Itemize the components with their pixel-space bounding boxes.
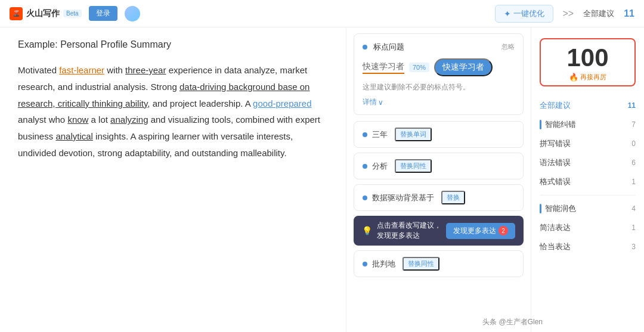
text-know: know <box>67 114 88 125</box>
menu-item-left: 语法错误 <box>540 157 571 168</box>
card-title-row: 标点问题 <box>363 41 404 52</box>
middle-panel: 标点问题 忽略 快速学习者 70% 快速学习者 这里建议删除不必要的标点符号。 … <box>346 27 531 332</box>
suggestion-card-data-driven: 数据驱动背景基于 替换 <box>354 184 524 211</box>
card-dot-4 <box>363 196 367 200</box>
text-motivated: Motivated <box>18 65 59 75</box>
detail-button[interactable]: 详情 ∨ <box>363 97 383 107</box>
card-tag-4[interactable]: 替换 <box>441 191 465 204</box>
optimize-icon: ✦ <box>504 9 511 18</box>
card-text-4: 数据驱动背景基于 <box>372 193 434 203</box>
data-row-wrapper: 数据驱动背景基于 替换 💡 点击查看改写建议，发现更多表达 发现更多表达 2 <box>354 184 524 246</box>
menu-item-count: 1 <box>631 224 636 232</box>
suggested-word-button[interactable]: 快速学习者 <box>434 58 493 76</box>
right-menu-item[interactable]: 智能润色4 <box>531 199 644 218</box>
card-tag-5[interactable]: 替换同性 <box>402 257 439 271</box>
suggestion-card-punctuation: 标点问题 忽略 快速学习者 70% 快速学习者 这里建议删除不必要的标点符号。 … <box>354 33 524 115</box>
suggestion-card-critical: 批判地 替换同性 <box>354 250 524 277</box>
text-fast-learner: fast-learner <box>59 65 104 75</box>
score-number: 100 <box>546 45 630 70</box>
avatar-button[interactable] <box>125 6 140 21</box>
discover-button[interactable]: 发现更多表达 2 <box>446 223 515 239</box>
right-menu-item[interactable]: 恰当表达3 <box>531 237 644 256</box>
menu-item-count: 0 <box>631 139 636 148</box>
menu-item-left: 简洁表达 <box>540 222 571 233</box>
menu-item-label: 恰当表达 <box>540 241 571 252</box>
login-button[interactable]: 登录 <box>89 6 117 21</box>
card-tag-2[interactable]: 替换单词 <box>395 128 432 141</box>
menu-item-count: 4 <box>631 204 636 213</box>
card-dot-2 <box>363 132 367 137</box>
main-layout: Example: Personal Profile Summary Motiva… <box>0 27 644 332</box>
menu-item-left: 智能纠错 <box>540 119 576 130</box>
more-button[interactable]: >> <box>561 8 577 19</box>
document-title: Example: Personal Profile Summary <box>18 39 328 50</box>
right-menu-item[interactable]: 语法错误6 <box>531 153 644 172</box>
right-menu-item[interactable]: 智能纠错7 <box>531 115 644 134</box>
right-menu-item[interactable]: 全部建议11 <box>531 96 644 115</box>
correction-row: 快速学习者 70% 快速学习者 <box>363 58 515 76</box>
card-text-3: 分析 <box>372 161 388 172</box>
detail-label: 详情 <box>363 97 377 107</box>
text-good-prepared: good-prepared <box>253 98 311 108</box>
chevron-down-icon: ∨ <box>378 98 383 107</box>
score-sub-text: 再接再厉 <box>580 73 606 82</box>
text-analyst: analyst who <box>18 114 67 125</box>
top-nav: 🌋 火山写作 Beta 登录 ✦ 一键优化 >> 全部建议 11 <box>0 0 644 27</box>
menu-item-label: 全部建议 <box>540 100 571 111</box>
document-body: Motivated fast-learner with three-year e… <box>18 62 328 162</box>
watermark: 头条 @生产者Glen <box>482 317 543 327</box>
ignore-button[interactable]: 忽略 <box>501 42 515 51</box>
menu-item-label: 拼写错误 <box>540 138 571 149</box>
text-analyzing: analyzing <box>110 114 148 125</box>
logo-area: 🌋 火山写作 Beta <box>10 7 82 20</box>
optimize-button[interactable]: ✦ 一键优化 <box>495 5 553 23</box>
menu-item-left: 拼写错误 <box>540 138 571 149</box>
suggestion-card-three-year: 三年 替换单词 <box>354 121 524 148</box>
card-dot <box>363 45 367 49</box>
menu-item-count: 7 <box>631 120 636 129</box>
card-title: 标点问题 <box>373 42 404 51</box>
suggestions-count: 11 <box>624 8 634 19</box>
menu-item-left: 全部建议 <box>540 100 571 111</box>
menu-divider <box>540 195 636 196</box>
card-text-5: 批判地 <box>372 259 395 269</box>
card-dot-5 <box>363 262 367 266</box>
original-word: 快速学习者 <box>363 61 404 74</box>
menu-item-count: 1 <box>631 178 636 186</box>
menu-item-label: 智能纠错 <box>545 119 576 130</box>
fire-icon: 🔥 <box>569 73 578 82</box>
card-header: 标点问题 忽略 <box>363 41 515 52</box>
tooltip-card: 💡 点击查看改写建议，发现更多表达 发现更多表达 2 <box>354 216 524 246</box>
logo-icon: 🌋 <box>10 7 23 20</box>
right-menu-item[interactable]: 拼写错误0 <box>531 134 644 153</box>
text-and-project: , and project leadership. A <box>147 98 253 108</box>
card-tag-3[interactable]: 替换同性 <box>395 159 432 173</box>
text-with: with <box>104 65 125 75</box>
card-dot-3 <box>363 164 367 169</box>
score-sub: 🔥 再接再厉 <box>546 73 630 82</box>
score-box: 100 🔥 再接再厉 <box>540 38 636 86</box>
right-menu-item[interactable]: 格式错误1 <box>531 172 644 191</box>
menu-item-left: 智能润色 <box>540 203 576 214</box>
card-desc: 这里建议删除不必要的标点符号。 <box>363 82 515 92</box>
suggestion-card-analysis: 分析 替换同性 <box>354 153 524 179</box>
discover-badge: 2 <box>499 226 508 235</box>
right-panel: 100 🔥 再接再厉 全部建议11智能纠错7拼写错误0语法错误6格式错误1智能润… <box>531 27 644 332</box>
word-score: 70% <box>409 63 429 72</box>
beta-badge: Beta <box>63 10 82 17</box>
menu-item-label: 智能润色 <box>545 203 576 214</box>
tooltip-text: 点击查看改写建议，发现更多表达 <box>377 221 441 241</box>
menu-item-count: 3 <box>631 243 636 251</box>
right-menu-item[interactable]: 简洁表达1 <box>531 218 644 237</box>
optimize-label: 一键优化 <box>513 8 544 19</box>
suggestions-label: 全部建议 <box>583 8 614 19</box>
menu-item-left: 恰当表达 <box>540 241 571 252</box>
menu-item-count: 11 <box>628 101 636 110</box>
menu-item-label: 简洁表达 <box>540 222 571 233</box>
discover-label: 发现更多表达 <box>453 226 496 236</box>
menu-item-count: 6 <box>631 159 636 167</box>
bulb-icon: 💡 <box>362 226 372 235</box>
accent-bar <box>540 204 541 213</box>
text-three-year: three-year <box>125 65 166 75</box>
text-a-lot: a lot <box>88 114 110 125</box>
